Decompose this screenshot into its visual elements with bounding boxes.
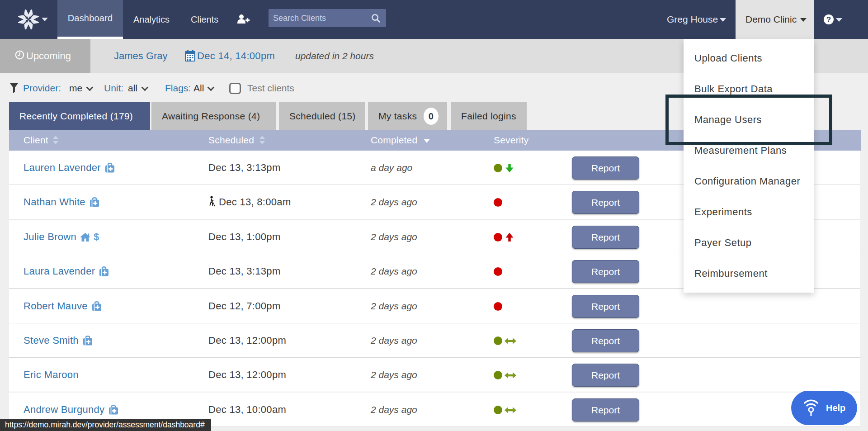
svg-text:?: ?	[826, 15, 831, 24]
